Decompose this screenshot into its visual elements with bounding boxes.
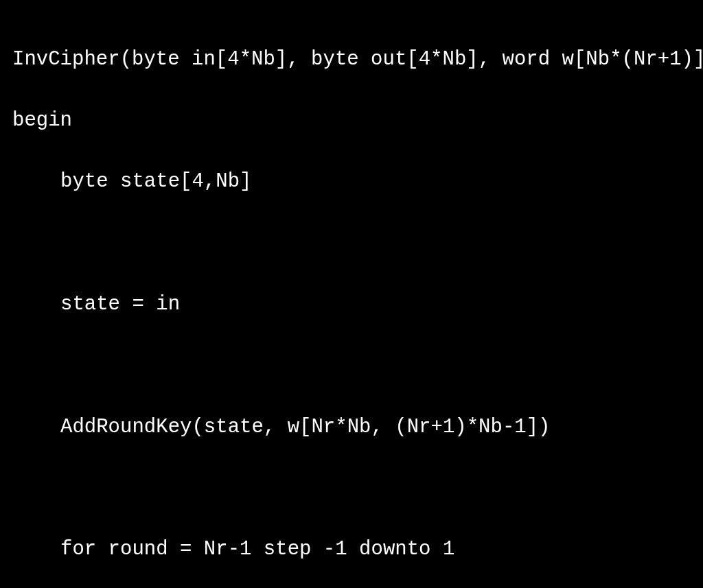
code-line: AddRoundKey(state, w[Nr*Nb, (Nr+1)*Nb-1]… (12, 412, 691, 443)
blank-line (12, 351, 691, 381)
code-line: for round = Nr-1 step -1 downto 1 (12, 534, 691, 565)
code-line: InvCipher(byte in[4*Nb], byte out[4*Nb],… (12, 45, 691, 75)
code-line: state = in (12, 290, 691, 320)
blank-line (12, 473, 691, 504)
code-line: byte state[4,Nb] (12, 167, 691, 198)
pseudocode-block: InvCipher(byte in[4*Nb], byte out[4*Nb],… (12, 14, 691, 588)
code-line: begin (12, 106, 691, 137)
blank-line (12, 228, 691, 259)
